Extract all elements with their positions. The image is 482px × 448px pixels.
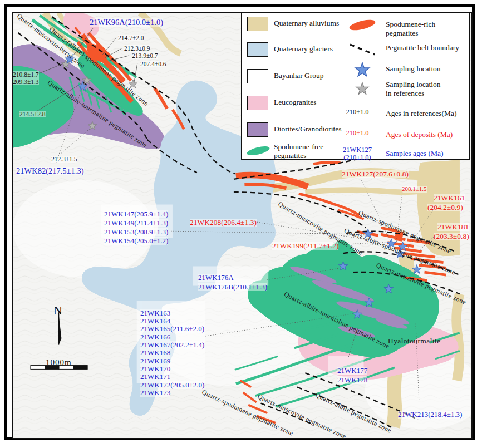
legend-swatch	[247, 69, 268, 83]
legend-age-sample-text: 210±1.0	[331, 108, 383, 116]
legend-label: Ages of deposits (Ma)	[386, 130, 453, 139]
legend: Quaternary alluviumsQuaternary glaciersB…	[241, 12, 470, 160]
scale-bar	[31, 366, 87, 370]
gray-star-wrap	[341, 81, 383, 98]
legend-label: Pegmatite belt boundary	[386, 43, 459, 52]
legend-label: Quaternary glaciers	[274, 45, 333, 53]
legend-swatch	[247, 122, 268, 137]
legend-label: Leucogranites	[274, 98, 316, 107]
legend-label: Quaternary alluviums	[274, 19, 339, 28]
legend-label: Spodumene-rich pegmatites	[386, 20, 469, 37]
legend-swatch	[247, 42, 268, 57]
blue-star-wrap	[341, 62, 383, 79]
legend-label: Samples ages (Ma)	[386, 149, 443, 158]
legend-label: Spodumene-free pegmatites	[274, 142, 323, 160]
green-ellipse-icon	[245, 144, 271, 158]
legend-swatch	[247, 17, 268, 31]
orange-ellipse-icon	[347, 18, 378, 32]
legend-label: Sampling location	[386, 65, 441, 73]
legend-swatch	[247, 96, 268, 110]
geological-map-figure: { "colors": { "alluvium": "#e5d6a6", "gl…	[0, 0, 482, 448]
dashed-line-icon	[347, 41, 378, 57]
dashed-line-wrap	[341, 41, 383, 58]
legend-label: Ages in references(Ma)	[386, 109, 456, 118]
legend-label: Bayanhar Group	[274, 71, 324, 80]
legend-label: Sampling location in references	[386, 80, 441, 97]
legend-age-sample-text: 210±1.0	[331, 129, 383, 137]
orange-ellipse-wrap	[341, 18, 383, 35]
legend-age-sample-text: 21WK127 (210±1.0)	[331, 146, 383, 162]
